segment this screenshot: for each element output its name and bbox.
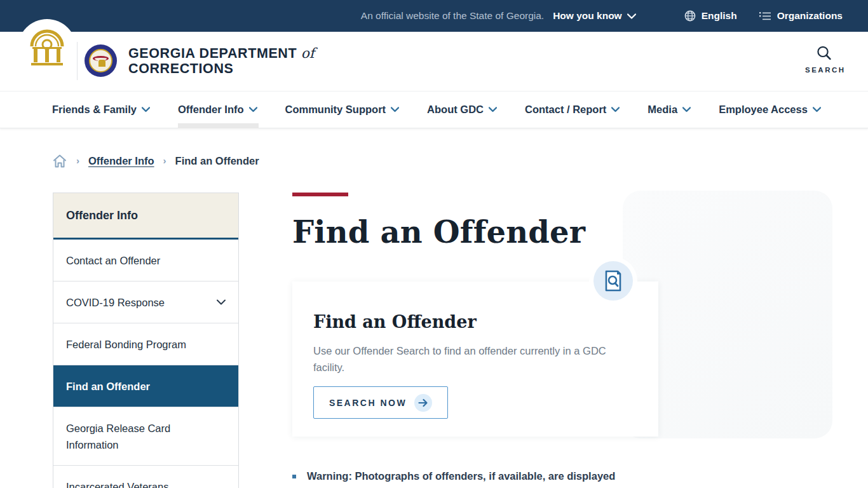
- chevron-down-icon: [813, 107, 821, 112]
- sidebar-item-label: Find an Offender: [66, 378, 150, 395]
- nav-item-offender-info[interactable]: Offender Info: [178, 91, 257, 128]
- site-header: GEORGIA DEPARTMENT of CORRECTIONS SEARCH: [0, 32, 868, 91]
- warning-list-item: Warning: Photographs of offenders, if av…: [292, 470, 663, 482]
- language-label: English: [702, 10, 737, 22]
- sidebar-item-label: COVID-19 Response: [66, 294, 165, 311]
- sidebar-item-label: Georgia Release Card Information: [66, 420, 193, 453]
- gdc-department-seal: [85, 44, 117, 77]
- nav-item-about-gdc[interactable]: About GDC: [427, 91, 497, 128]
- chevron-down-icon: [249, 107, 257, 112]
- breadcrumb-separator: ›: [163, 155, 166, 166]
- list-icon: [759, 11, 771, 21]
- georgia-arch-logo[interactable]: [18, 19, 76, 78]
- breadcrumb-separator: ›: [76, 155, 79, 166]
- sidebar-title: Offender Info: [53, 193, 238, 240]
- official-website-text: An official website of the State of Geor…: [361, 10, 544, 22]
- topbar-right-group: English Organizations: [684, 10, 843, 22]
- chevron-down-icon: [142, 107, 150, 112]
- title-accent-bar: [292, 193, 348, 196]
- nav-item-friends-family[interactable]: Friends & Family: [52, 91, 150, 128]
- warning-text: Warning: Photographs of offenders, if av…: [307, 470, 663, 482]
- how-you-know-toggle[interactable]: How you know: [553, 10, 636, 22]
- chevron-down-icon: [682, 107, 691, 112]
- agency-name-connector: of: [301, 45, 315, 61]
- main-nav: Friends & Family Offender Info Community…: [0, 91, 868, 128]
- search-now-label: SEARCH NOW: [329, 398, 407, 408]
- sidebar-item-covid-19-response[interactable]: COVID-19 Response: [53, 281, 238, 323]
- card-heading: Find an Offender: [313, 312, 633, 332]
- breadcrumb-current: Find an Offender: [175, 155, 259, 167]
- sidebar-item-federal-bonding-program[interactable]: Federal Bonding Program: [53, 323, 238, 365]
- sidebar-item-incarcerated-veterans[interactable]: Incarcerated Veterans: [53, 466, 238, 488]
- header-search-button[interactable]: SEARCH: [805, 44, 843, 74]
- search-label: SEARCH: [805, 66, 843, 74]
- sidebar-item-contact-an-offender[interactable]: Contact an Offender: [53, 240, 238, 281]
- sidebar-item-label: Contact an Offender: [66, 252, 160, 269]
- chevron-down-icon: [217, 299, 226, 305]
- nav-item-media[interactable]: Media: [648, 91, 691, 128]
- nav-label: Media: [648, 104, 677, 116]
- nav-label: About GDC: [427, 104, 484, 116]
- agency-name-line1: GEORGIA DEPARTMENT: [128, 46, 297, 61]
- agency-name-line2: CORRECTIONS: [128, 61, 315, 76]
- nav-label: Friends & Family: [52, 104, 137, 116]
- search-icon: [805, 44, 843, 62]
- find-offender-card: Find an Offender Use our Offender Search…: [292, 281, 658, 437]
- nav-label: Employee Access: [719, 104, 808, 116]
- chevron-down-icon: [627, 13, 636, 19]
- sidebar-item-georgia-release-card[interactable]: Georgia Release Card Information: [53, 407, 238, 466]
- search-now-button[interactable]: SEARCH NOW: [313, 386, 448, 419]
- section-sidebar: Offender Info Contact an Offender COVID-…: [53, 193, 239, 488]
- language-button[interactable]: English: [684, 10, 737, 22]
- nav-label: Offender Info: [178, 104, 244, 116]
- sidebar-item-label: Federal Bonding Program: [66, 336, 186, 353]
- agency-name[interactable]: GEORGIA DEPARTMENT of CORRECTIONS: [128, 46, 315, 76]
- main-content: Find an Offender Find an Offender Use ou…: [292, 193, 712, 250]
- breadcrumb: › Offender Info › Find an Offender: [52, 154, 259, 168]
- how-you-know-label: How you know: [553, 10, 622, 22]
- nav-item-contact-report[interactable]: Contact / Report: [525, 91, 620, 128]
- breadcrumb-link-offender-info[interactable]: Offender Info: [88, 155, 154, 167]
- home-icon[interactable]: [52, 154, 67, 168]
- sidebar-item-label: Incarcerated Veterans: [66, 478, 168, 488]
- nav-item-community-support[interactable]: Community Support: [285, 91, 400, 128]
- sidebar-item-find-an-offender[interactable]: Find an Offender: [53, 365, 238, 407]
- chevron-down-icon: [391, 107, 399, 112]
- page-title: Find an Offender: [292, 214, 712, 250]
- chevron-down-icon: [611, 107, 620, 112]
- nav-item-employee-access[interactable]: Employee Access: [719, 91, 821, 128]
- chevron-down-icon: [489, 107, 497, 112]
- card-description: Use our Offender Search to find an offen…: [313, 342, 625, 376]
- organizations-label: Organizations: [777, 10, 843, 22]
- nav-label: Contact / Report: [525, 104, 606, 116]
- organizations-button[interactable]: Organizations: [759, 10, 843, 22]
- document-search-icon: [593, 261, 633, 301]
- nav-label: Community Support: [285, 104, 386, 116]
- page: An official website of the State of Geor…: [0, 0, 868, 488]
- bullet-icon: [292, 475, 296, 478]
- header-divider: [77, 42, 78, 80]
- globe-icon: [684, 10, 696, 22]
- arrow-right-icon: [414, 394, 432, 412]
- government-topbar: An official website of the State of Geor…: [0, 0, 868, 32]
